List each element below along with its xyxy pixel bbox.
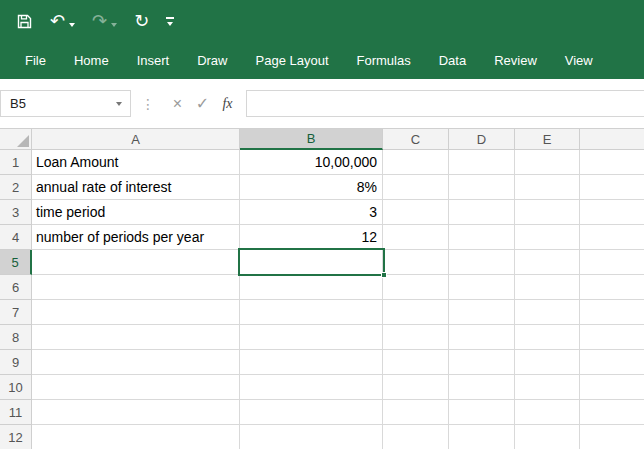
cell-A9[interactable] — [32, 350, 240, 375]
cell-B3[interactable]: 3 — [240, 200, 383, 225]
cell-E12[interactable] — [515, 425, 580, 449]
cell-C5[interactable] — [383, 250, 449, 275]
cell-B9[interactable] — [240, 350, 383, 375]
column-header-a[interactable]: A — [32, 129, 240, 150]
cell-B12[interactable] — [240, 425, 383, 449]
select-all-corner[interactable] — [0, 129, 32, 150]
cell-D8[interactable] — [449, 325, 515, 350]
cell-E9[interactable] — [515, 350, 580, 375]
name-box-dropdown-icon[interactable] — [116, 102, 122, 106]
cell-F10[interactable] — [580, 375, 644, 400]
cell-C2[interactable] — [383, 175, 449, 200]
cell-A12[interactable] — [32, 425, 240, 449]
cell-F9[interactable] — [580, 350, 644, 375]
cell-B10[interactable] — [240, 375, 383, 400]
cell-A2[interactable]: annual rate of interest — [32, 175, 240, 200]
cell-A6[interactable] — [32, 275, 240, 300]
undo-button[interactable]: ↶ — [50, 12, 75, 30]
cancel-icon[interactable]: × — [165, 95, 190, 113]
cell-F7[interactable] — [580, 300, 644, 325]
cell-F11[interactable] — [580, 400, 644, 425]
cell-C11[interactable] — [383, 400, 449, 425]
cell-E7[interactable] — [515, 300, 580, 325]
cell-E3[interactable] — [515, 200, 580, 225]
cell-E5[interactable] — [515, 250, 580, 275]
cell-C12[interactable] — [383, 425, 449, 449]
cell-D2[interactable] — [449, 175, 515, 200]
row-header-12[interactable]: 12 — [0, 425, 32, 449]
cell-E10[interactable] — [515, 375, 580, 400]
insert-function-icon[interactable]: fx — [215, 96, 240, 112]
cell-D11[interactable] — [449, 400, 515, 425]
repeat-button[interactable]: ↻ — [134, 12, 149, 30]
cell-D10[interactable] — [449, 375, 515, 400]
cell-A10[interactable] — [32, 375, 240, 400]
cell-D5[interactable] — [449, 250, 515, 275]
tab-review[interactable]: Review — [480, 42, 551, 79]
cell-B8[interactable] — [240, 325, 383, 350]
cell-A3[interactable]: time period — [32, 200, 240, 225]
redo-dropdown-icon[interactable] — [111, 23, 117, 27]
cell-A1[interactable]: Loan Amount — [32, 150, 240, 175]
cell-F5[interactable] — [580, 250, 644, 275]
row-header-2[interactable]: 2 — [0, 175, 32, 200]
cell-F3[interactable] — [580, 200, 644, 225]
row-header-8[interactable]: 8 — [0, 325, 32, 350]
cell-E11[interactable] — [515, 400, 580, 425]
cell-F12[interactable] — [580, 425, 644, 449]
cell-F6[interactable] — [580, 275, 644, 300]
formula-input[interactable] — [246, 90, 644, 117]
cell-C1[interactable] — [383, 150, 449, 175]
tab-data[interactable]: Data — [425, 42, 480, 79]
cell-E2[interactable] — [515, 175, 580, 200]
cell-E6[interactable] — [515, 275, 580, 300]
column-header-e[interactable]: E — [515, 129, 580, 150]
customize-qat-button[interactable] — [166, 17, 174, 26]
cell-E8[interactable] — [515, 325, 580, 350]
cell-A11[interactable] — [32, 400, 240, 425]
column-header-b[interactable]: B — [240, 129, 383, 150]
cell-D7[interactable] — [449, 300, 515, 325]
cell-C10[interactable] — [383, 375, 449, 400]
cell-F8[interactable] — [580, 325, 644, 350]
cell-A4[interactable]: number of periods per year — [32, 225, 240, 250]
column-header-partial[interactable] — [580, 129, 644, 150]
enter-icon[interactable]: ✓ — [190, 94, 215, 113]
cell-D12[interactable] — [449, 425, 515, 449]
cell-B5[interactable] — [240, 250, 383, 275]
cell-C6[interactable] — [383, 275, 449, 300]
cell-D1[interactable] — [449, 150, 515, 175]
cell-E4[interactable] — [515, 225, 580, 250]
row-header-7[interactable]: 7 — [0, 300, 32, 325]
cell-F2[interactable] — [580, 175, 644, 200]
cell-B1[interactable]: 10,00,000 — [240, 150, 383, 175]
cell-B11[interactable] — [240, 400, 383, 425]
row-header-11[interactable]: 11 — [0, 400, 32, 425]
cell-F4[interactable] — [580, 225, 644, 250]
undo-dropdown-icon[interactable] — [69, 23, 75, 27]
tab-view[interactable]: View — [551, 42, 607, 79]
cell-D4[interactable] — [449, 225, 515, 250]
row-header-9[interactable]: 9 — [0, 350, 32, 375]
tab-file[interactable]: File — [11, 42, 60, 79]
cell-B7[interactable] — [240, 300, 383, 325]
redo-button[interactable]: ↷ — [92, 12, 117, 30]
cell-C3[interactable] — [383, 200, 449, 225]
cell-C9[interactable] — [383, 350, 449, 375]
cell-D3[interactable] — [449, 200, 515, 225]
cell-D9[interactable] — [449, 350, 515, 375]
row-header-10[interactable]: 10 — [0, 375, 32, 400]
cell-B2[interactable]: 8% — [240, 175, 383, 200]
cell-A8[interactable] — [32, 325, 240, 350]
row-header-4[interactable]: 4 — [0, 225, 32, 250]
tab-page-layout[interactable]: Page Layout — [242, 42, 343, 79]
row-header-3[interactable]: 3 — [0, 200, 32, 225]
cell-E1[interactable] — [515, 150, 580, 175]
cell-B4[interactable]: 12 — [240, 225, 383, 250]
row-header-1[interactable]: 1 — [0, 150, 32, 175]
tab-home[interactable]: Home — [60, 42, 123, 79]
cell-C4[interactable] — [383, 225, 449, 250]
cell-F1[interactable] — [580, 150, 644, 175]
fill-handle[interactable] — [381, 272, 387, 278]
row-header-6[interactable]: 6 — [0, 275, 32, 300]
